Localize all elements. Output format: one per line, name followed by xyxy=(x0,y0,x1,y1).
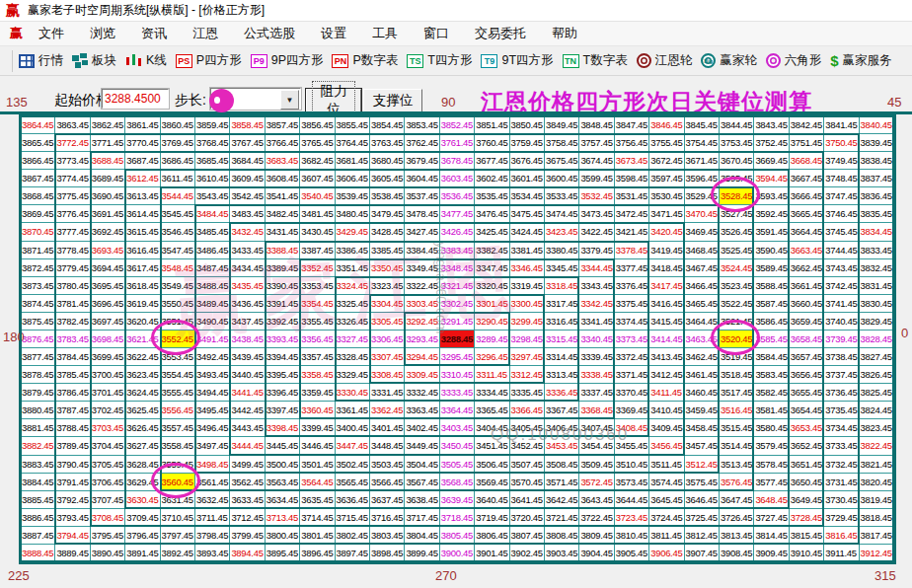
grid-cell: 3317.45 xyxy=(545,295,579,313)
menu-item-3[interactable]: 江恩 xyxy=(187,23,224,44)
grid-cell: 3413.45 xyxy=(649,348,684,366)
grid-cell: 3491.45 xyxy=(195,331,230,348)
grid-cell: 3517.45 xyxy=(720,384,754,402)
grid-cell: 3749.45 xyxy=(824,152,859,170)
grid-cell: 3310.45 xyxy=(440,366,475,384)
grid-cell: 3318.45 xyxy=(545,277,579,295)
toolbar-item-3[interactable]: PSP四方形 xyxy=(176,52,242,69)
grid-cell: 3409.45 xyxy=(649,419,684,437)
toolbar-item-label: K线 xyxy=(146,52,167,69)
grid-cell: 3482.45 xyxy=(266,205,300,223)
grid-cell: 3333.45 xyxy=(440,384,475,402)
toolbar-item-11[interactable]: 六角形 xyxy=(766,52,822,69)
grid-cell: 3694.45 xyxy=(91,259,125,277)
toolbar-item-4[interactable]: P99P四方形 xyxy=(251,52,324,69)
grid-cell: 3387.45 xyxy=(300,242,335,259)
toolbar-item-6[interactable]: TST四方形 xyxy=(407,52,472,69)
toolbar-item-0[interactable]: 行情 xyxy=(19,52,63,69)
grid-cell: 3889.45 xyxy=(55,545,90,562)
grid-cell: 3652.45 xyxy=(790,437,824,455)
app-logo-icon: 赢 xyxy=(6,2,20,20)
grid-cell: 3415.45 xyxy=(649,313,684,331)
menu-item-4[interactable]: 公式选股 xyxy=(238,23,301,44)
grid-cell: 3722.45 xyxy=(579,509,614,527)
support-button[interactable]: 支撑位 xyxy=(363,89,422,112)
grid-cell: 3308.45 xyxy=(370,366,405,384)
grid-cell: 3899.45 xyxy=(405,545,439,562)
grid-cell: 3515.45 xyxy=(720,419,754,437)
grid-cell: 3336.45 xyxy=(545,384,579,402)
grid-cell: 3513.45 xyxy=(720,456,754,474)
menu-item-6[interactable]: 工具 xyxy=(366,23,404,44)
t-number-table-icon: TN xyxy=(563,54,579,68)
grid-cell: 3672.45 xyxy=(649,152,684,170)
grid-cell: 3398.45 xyxy=(266,419,300,437)
start-price-input[interactable] xyxy=(102,89,169,109)
grid-cell: 3712.45 xyxy=(230,509,265,527)
grid-cell: 3811.45 xyxy=(649,527,684,545)
grid-cell: 3510.45 xyxy=(615,456,649,474)
menu-item-7[interactable]: 窗口 xyxy=(418,23,455,44)
resistance-button[interactable]: 阻力位 xyxy=(306,89,361,112)
grid-cell: 3786.45 xyxy=(55,384,90,402)
grid-cell: 3880.45 xyxy=(21,402,55,419)
toolbar-item-2[interactable]: K线 xyxy=(125,52,167,69)
grid-cell: 3748.45 xyxy=(824,170,859,187)
grid-cell: 3563.45 xyxy=(266,474,300,491)
grid-cell: 3562.45 xyxy=(230,474,265,491)
grid-cell: 3718.45 xyxy=(440,509,475,527)
grid-cell: 3366.45 xyxy=(510,402,545,419)
grid-cell: 3710.45 xyxy=(161,509,195,527)
grid-cell: 3678.45 xyxy=(440,152,475,170)
toolbar-item-label: 赢家轮 xyxy=(720,52,757,69)
grid-cell: 3410.45 xyxy=(649,402,684,419)
grid-cell: 3295.45 xyxy=(440,348,475,366)
kline-candles-icon xyxy=(125,53,142,69)
grid-cell: 3869.45 xyxy=(21,205,55,223)
grid-cell: 3501.45 xyxy=(300,456,335,474)
combobox-arrow-icon[interactable]: ▼ xyxy=(280,90,299,110)
nine-p-square-icon: P9 xyxy=(251,54,267,68)
menu-item-8[interactable]: 交易委托 xyxy=(469,23,532,44)
menu-item-2[interactable]: 资讯 xyxy=(135,23,173,44)
grid-cell: 3848.45 xyxy=(579,116,614,134)
grid-cell: 3496.45 xyxy=(195,419,230,437)
toolbar-item-1[interactable]: 板块 xyxy=(72,52,116,69)
grid-cell: 3721.45 xyxy=(545,509,579,527)
grid-cell: 3344.45 xyxy=(579,259,614,277)
grid-cell: 3824.45 xyxy=(860,402,894,419)
toolbar-item-label: 六角形 xyxy=(785,52,822,69)
toolbar-item-5[interactable]: PNP数字表 xyxy=(332,52,398,69)
grid-cell: 3307.45 xyxy=(370,348,405,366)
menu-item-1[interactable]: 浏览 xyxy=(84,23,121,44)
grid-cell: 3519.45 xyxy=(720,348,754,366)
grid-cell: 3621.45 xyxy=(125,331,160,348)
grid-cell: 3684.45 xyxy=(230,152,265,170)
grid-cell: 3529.45 xyxy=(685,187,720,205)
toolbar-item-7[interactable]: T99T四方形 xyxy=(481,52,553,69)
grid-cell: 3404.45 xyxy=(475,419,509,437)
toolbar-item-9[interactable]: 江恩轮 xyxy=(637,52,693,69)
grid-cell: 3828.45 xyxy=(860,331,894,348)
grid-cell: 3862.45 xyxy=(91,116,125,134)
grid-cell: 3476.45 xyxy=(475,205,509,223)
grid-cell: 3888.45 xyxy=(21,545,55,562)
menu-item-0[interactable]: 文件 xyxy=(33,23,70,44)
sectors-blocks-icon xyxy=(72,53,88,68)
grid-cell: 3555.45 xyxy=(161,384,195,402)
grid-cell: 3752.45 xyxy=(754,134,789,152)
grid-cell: 3607.45 xyxy=(300,170,335,187)
grid-cell: 3867.45 xyxy=(21,170,55,187)
menu-item-5[interactable]: 设置 xyxy=(315,23,352,44)
toolbar-item-12[interactable]: $赢家服务 xyxy=(830,52,891,69)
grid-cell: 3839.45 xyxy=(860,134,894,152)
grid-cell: 3677.45 xyxy=(475,152,509,170)
grid-cell: 3478.45 xyxy=(405,205,439,223)
p-number-table-icon: PN xyxy=(332,54,348,68)
menu-item-9[interactable]: 帮助 xyxy=(546,23,583,44)
toolbar-item-8[interactable]: TNT数字表 xyxy=(563,52,628,69)
toolbar-item-10[interactable]: Big赢家轮 xyxy=(701,52,757,69)
grid-cell: 3639.45 xyxy=(440,491,475,509)
degree-label-180: 180 xyxy=(3,330,25,344)
grid-cell: 3582.45 xyxy=(754,384,789,402)
